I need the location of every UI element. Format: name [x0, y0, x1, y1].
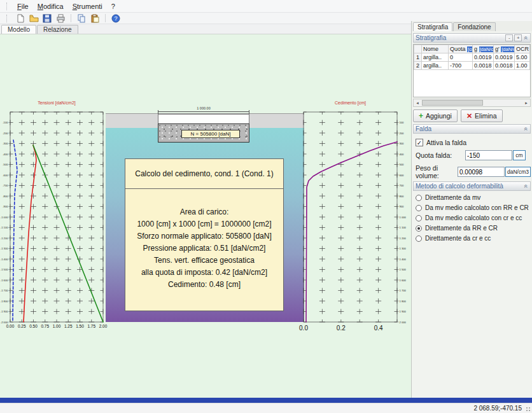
save-floppy-icon — [43, 14, 52, 23]
col-header-gamma[interactable]: g [daN/c — [473, 45, 494, 53]
row-number-cell[interactable]: 1 — [414, 53, 422, 62]
svg-text:-100: -100 — [3, 121, 8, 124]
toolbar-separator — [105, 14, 106, 22]
infobox-line: Sforzo normale applicato: 505800 [daN] — [125, 230, 283, 242]
aggiungi-button[interactable]: + Aggiungi — [413, 109, 458, 122]
app-window: File Modifica Strumenti ? ? Mod — [0, 0, 532, 413]
table-row: 2 argilla.. -700 0.0018 0.0018 1.00 — [414, 62, 530, 70]
svg-text:300: 300 — [399, 142, 404, 145]
svg-text:600: 600 — [399, 174, 404, 177]
svg-text:-500: -500 — [3, 163, 8, 166]
elimina-button[interactable]: ✕ Elimina — [461, 109, 503, 122]
attiva-falda-checkbox[interactable]: ✓ — [416, 139, 423, 146]
menu-help[interactable]: ? — [107, 1, 120, 11]
save-button[interactable] — [41, 13, 53, 24]
stratigrafia-grid: Nome Quota [cm] g [daN/c g' [daN/c OCR 1… — [413, 44, 531, 97]
printer-icon — [56, 14, 66, 23]
tab-modello[interactable]: Modello — [1, 25, 36, 34]
row-number-cell[interactable]: 2 — [414, 62, 422, 70]
scroll-left-arrow-icon[interactable]: ◂ — [414, 99, 421, 106]
radio-option-cr-cc[interactable]: Direttamente da cr e cc — [416, 235, 531, 242]
copy-icon — [77, 14, 86, 23]
cell-nome[interactable]: argilla.. — [422, 62, 449, 70]
col-header-nome[interactable]: Nome — [422, 45, 449, 53]
svg-text:-800: -800 — [3, 195, 8, 198]
collapse-chevron-icon[interactable]: « — [523, 36, 530, 40]
copy-button[interactable] — [76, 13, 87, 24]
axis-tick-label: 1.00 — [53, 324, 61, 328]
svg-text:-1 800: -1 800 — [1, 300, 9, 303]
help-button[interactable]: ? — [110, 13, 122, 24]
cell-quota[interactable]: -700 — [449, 62, 473, 70]
quota-falda-input[interactable] — [465, 150, 512, 160]
peso-volume-unit[interactable]: daN/cm3 — [505, 167, 531, 177]
cell-quota[interactable]: 0 — [449, 53, 473, 62]
cell-gamma-prime[interactable]: 0.0019 — [494, 53, 515, 62]
collapse-chevron-icon[interactable]: « — [523, 127, 530, 131]
radio-icon — [416, 215, 422, 221]
col-header-quota[interactable]: Quota [cm] — [449, 45, 473, 53]
tab-stratigrafia[interactable]: Stratigrafia — [413, 22, 452, 31]
peso-volume-input[interactable] — [458, 167, 505, 177]
axis-tick-label: 1.25 — [64, 324, 73, 328]
help-icon: ? — [111, 14, 120, 23]
cell-ocr[interactable]: 1.00 — [515, 62, 530, 70]
radio-option-mv[interactable]: Direttamente da mv — [416, 194, 531, 201]
radio-icon — [416, 225, 422, 232]
radio-option-rr-cr[interactable]: Direttamente da RR e CR — [416, 225, 531, 232]
axis-tick-label: 1.50 — [76, 324, 84, 328]
resize-grip[interactable] — [526, 407, 531, 412]
quota-falda-unit[interactable]: cm — [513, 150, 526, 160]
radio-option-mv-rr-cr[interactable]: Da mv medio calcolato con RR e CR — [416, 204, 531, 211]
menu-strumenti[interactable]: Strumenti — [68, 1, 107, 11]
scrollbar-thumb[interactable] — [422, 100, 483, 106]
svg-text:1 500: 1 500 — [399, 268, 406, 271]
radio-option-mv-cr-cc[interactable]: Da mv medio calcolato con cr e cc — [416, 214, 531, 221]
col-header-gamma-prime[interactable]: g' [daN/c — [494, 45, 515, 53]
cell-gamma[interactable]: 0.0019 — [473, 53, 494, 62]
infobox-line: Cedimento: 0.48 [cm] — [125, 279, 283, 291]
grid-add-button[interactable]: + — [514, 34, 522, 41]
paste-button[interactable] — [89, 13, 101, 24]
cell-ocr[interactable]: 5.00 — [515, 53, 530, 62]
collapse-chevron-icon[interactable]: « — [523, 185, 530, 188]
result-infobox: Calcolo del cedimento, cond. 1 (Cond. 1)… — [125, 158, 284, 311]
cell-gamma[interactable]: 0.0018 — [473, 62, 494, 70]
menu-file[interactable]: File — [13, 1, 33, 11]
svg-text:1 600: 1 600 — [399, 279, 406, 282]
cedimento-plot: 1002003004005006007008009001 0001 1001 2… — [304, 112, 397, 322]
grid-horizontal-scrollbar[interactable]: ◂ ▸ — [413, 99, 531, 107]
scroll-right-arrow-icon[interactable]: ▸ — [522, 99, 530, 106]
unit-chip: [daN/c — [479, 46, 494, 52]
svg-text:100: 100 — [399, 121, 404, 124]
radio-icon — [416, 235, 422, 242]
open-button[interactable] — [28, 13, 39, 24]
stratigrafia-header-label: Stratigrafia — [416, 34, 446, 41]
axis-tick-label: 0.00 — [6, 324, 15, 328]
menu-modifica[interactable]: Modifica — [33, 1, 68, 11]
svg-text:200: 200 — [399, 132, 404, 135]
cell-nome[interactable]: argilla.. — [422, 53, 449, 62]
new-document-button[interactable] — [15, 13, 26, 24]
svg-text:-1 900: -1 900 — [1, 310, 9, 313]
peso-volume-row: Peso di volume: daN/cm3 — [416, 164, 531, 179]
unit-chip: [daN/c — [501, 46, 514, 52]
col-header-ocr[interactable]: OCR — [515, 45, 530, 53]
tab-fondazione[interactable]: Fondazione — [453, 22, 495, 31]
grid-remove-button[interactable]: - — [505, 34, 513, 41]
paste-clipboard-icon — [90, 14, 99, 23]
cell-gamma-prime[interactable]: 0.0018 — [494, 62, 515, 70]
toolbar-grip — [6, 15, 8, 22]
svg-text:-1 500: -1 500 — [1, 268, 9, 271]
print-button[interactable] — [55, 13, 66, 24]
unit-chip: [cm] — [467, 46, 472, 52]
svg-text:500: 500 — [399, 163, 404, 166]
grid-corner-cell — [414, 45, 422, 53]
svg-text:400: 400 — [399, 153, 404, 156]
tab-relazione[interactable]: Relazione — [37, 25, 78, 34]
svg-text:-1 600: -1 600 — [1, 279, 9, 282]
bottom-blue-band — [0, 398, 532, 403]
svg-text:700: 700 — [399, 184, 404, 187]
excavation-area — [158, 114, 249, 124]
tensioni-plot-title: Tensioni [daN/cm2] — [10, 101, 103, 105]
